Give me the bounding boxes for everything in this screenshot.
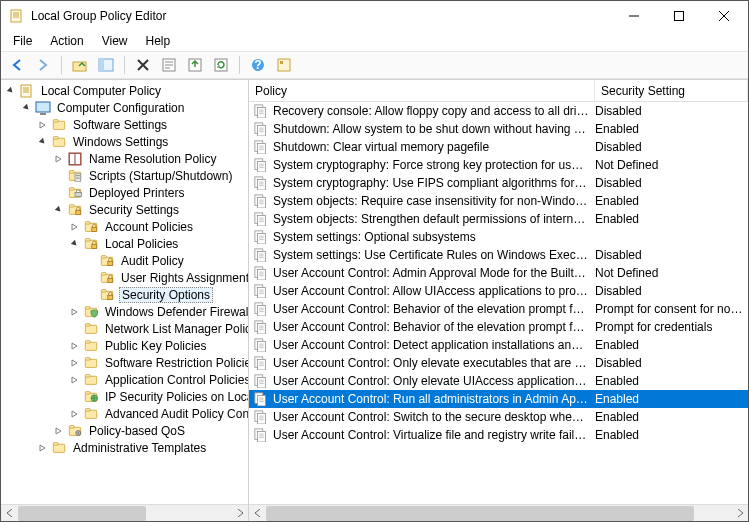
chevron-right-icon[interactable] bbox=[69, 221, 81, 233]
chevron-down-icon[interactable] bbox=[21, 102, 33, 114]
chevron-right-icon[interactable] bbox=[69, 340, 81, 352]
policy-row[interactable]: User Account Control: Only elevate UIAcc… bbox=[249, 372, 748, 390]
scroll-right-icon[interactable] bbox=[231, 505, 248, 522]
tree-item-label: Account Policies bbox=[103, 220, 195, 234]
scroll-right-icon[interactable] bbox=[731, 505, 748, 522]
scroll-track[interactable] bbox=[18, 505, 231, 522]
policy-row[interactable]: User Account Control: Switch to the secu… bbox=[249, 408, 748, 426]
chevron-down-icon[interactable] bbox=[37, 136, 49, 148]
scroll-left-icon[interactable] bbox=[1, 505, 18, 522]
tree-windows-defender[interactable]: Windows Defender Firewall with Advanced … bbox=[1, 303, 248, 320]
svg-rect-7 bbox=[215, 59, 227, 71]
tree-deployed-printers[interactable]: Deployed Printers bbox=[1, 184, 248, 201]
policy-row[interactable]: System settings: Optional subsystems bbox=[249, 228, 748, 246]
policy-row[interactable]: Recovery console: Allow floppy copy and … bbox=[249, 102, 748, 120]
menu-file[interactable]: File bbox=[5, 32, 40, 50]
policy-row[interactable]: User Account Control: Virtualize file an… bbox=[249, 426, 748, 444]
export-button[interactable] bbox=[183, 54, 207, 76]
tree-security-settings[interactable]: Security Settings bbox=[1, 201, 248, 218]
policy-row[interactable]: User Account Control: Only elevate execu… bbox=[249, 354, 748, 372]
chevron-right-icon[interactable] bbox=[53, 425, 65, 437]
tree-network-list[interactable]: Network List Manager Policies bbox=[1, 320, 248, 337]
policy-row[interactable]: User Account Control: Admin Approval Mod… bbox=[249, 264, 748, 282]
close-button[interactable] bbox=[701, 2, 746, 31]
tree-software-settings[interactable]: Software Settings bbox=[1, 116, 248, 133]
policy-row[interactable]: User Account Control: Behavior of the el… bbox=[249, 318, 748, 336]
tree-software-restriction[interactable]: Software Restriction Policies bbox=[1, 354, 248, 371]
folder-icon bbox=[67, 168, 83, 184]
tree-account-policies[interactable]: Account Policies bbox=[1, 218, 248, 235]
tree-computer-config[interactable]: Computer Configuration bbox=[1, 99, 248, 116]
back-button[interactable] bbox=[5, 54, 29, 76]
tree-audit-policy[interactable]: Audit Policy bbox=[1, 252, 248, 269]
scroll-thumb[interactable] bbox=[266, 506, 694, 521]
tree-public-key[interactable]: Public Key Policies bbox=[1, 337, 248, 354]
tree-name-resolution[interactable]: Name Resolution Policy bbox=[1, 150, 248, 167]
policy-list[interactable]: Recovery console: Allow floppy copy and … bbox=[249, 102, 748, 504]
menu-action[interactable]: Action bbox=[42, 32, 91, 50]
properties-button[interactable] bbox=[157, 54, 181, 76]
menu-help[interactable]: Help bbox=[138, 32, 179, 50]
policy-row[interactable]: System objects: Strengthen default permi… bbox=[249, 210, 748, 228]
tree-user-rights[interactable]: User Rights Assignment bbox=[1, 269, 248, 286]
tree-root[interactable]: Local Computer Policy bbox=[1, 82, 248, 99]
tree-windows-settings[interactable]: Windows Settings bbox=[1, 133, 248, 150]
svg-rect-45 bbox=[108, 295, 113, 299]
scroll-left-icon[interactable] bbox=[249, 505, 266, 522]
tree-policy-qos[interactable]: Policy-based QoS bbox=[1, 422, 248, 439]
up-button[interactable] bbox=[68, 54, 92, 76]
tree-horizontal-scrollbar[interactable] bbox=[1, 504, 248, 521]
tree-advanced-audit[interactable]: Advanced Audit Policy Configuration bbox=[1, 405, 248, 422]
tree-ip-security[interactable]: IP Security Policies on Local Computer bbox=[1, 388, 248, 405]
list-pane: Policy Security Setting Recovery console… bbox=[249, 80, 748, 521]
tree-item-label: Local Policies bbox=[103, 237, 180, 251]
policy-row[interactable]: System objects: Require case insensitivi… bbox=[249, 192, 748, 210]
nav-tree[interactable]: Local Computer PolicyComputer Configurat… bbox=[1, 80, 248, 504]
expander-none bbox=[85, 289, 97, 301]
chevron-down-icon[interactable] bbox=[5, 85, 17, 97]
tree-security-options[interactable]: Security Options bbox=[1, 286, 248, 303]
menu-view[interactable]: View bbox=[94, 32, 136, 50]
delete-button[interactable] bbox=[131, 54, 155, 76]
policy-setting: Not Defined bbox=[595, 266, 744, 280]
policy-row[interactable]: System settings: Use Certificate Rules o… bbox=[249, 246, 748, 264]
scroll-track[interactable] bbox=[266, 505, 731, 522]
svg-rect-86 bbox=[258, 270, 266, 281]
policy-setting: Disabled bbox=[595, 176, 744, 190]
scroll-thumb[interactable] bbox=[18, 506, 146, 521]
help-button[interactable]: ? bbox=[246, 54, 270, 76]
policy-row[interactable]: Shutdown: Clear virtual memory pagefileD… bbox=[249, 138, 748, 156]
chevron-right-icon[interactable] bbox=[37, 442, 49, 454]
refresh-button[interactable] bbox=[209, 54, 233, 76]
tree-local-policies[interactable]: Local Policies bbox=[1, 235, 248, 252]
chevron-right-icon[interactable] bbox=[69, 306, 81, 318]
filter-button[interactable] bbox=[272, 54, 296, 76]
chevron-right-icon[interactable] bbox=[69, 408, 81, 420]
tree-application-control[interactable]: Application Control Policies bbox=[1, 371, 248, 388]
policy-item-icon bbox=[253, 265, 269, 281]
tree-scripts[interactable]: Scripts (Startup/Shutdown) bbox=[1, 167, 248, 184]
chevron-right-icon[interactable] bbox=[37, 119, 49, 131]
chevron-right-icon[interactable] bbox=[69, 357, 81, 369]
column-header-setting[interactable]: Security Setting bbox=[595, 80, 748, 101]
minimize-button[interactable] bbox=[611, 2, 656, 31]
list-horizontal-scrollbar[interactable] bbox=[249, 504, 748, 521]
policy-row[interactable]: System cryptography: Force strong key pr… bbox=[249, 156, 748, 174]
chevron-right-icon[interactable] bbox=[69, 374, 81, 386]
column-header-policy[interactable]: Policy bbox=[249, 80, 595, 101]
policy-row[interactable]: System cryptography: Use FIPS compliant … bbox=[249, 174, 748, 192]
tree-item-label: Windows Defender Firewall with Advanced … bbox=[103, 305, 248, 319]
chevron-down-icon[interactable] bbox=[53, 204, 65, 216]
chevron-down-icon[interactable] bbox=[69, 238, 81, 250]
policy-row[interactable]: User Account Control: Allow UIAccess app… bbox=[249, 282, 748, 300]
forward-button[interactable] bbox=[31, 54, 55, 76]
policy-item-icon bbox=[253, 121, 269, 137]
chevron-right-icon[interactable] bbox=[53, 153, 65, 165]
policy-row[interactable]: User Account Control: Detect application… bbox=[249, 336, 748, 354]
policy-row[interactable]: User Account Control: Behavior of the el… bbox=[249, 300, 748, 318]
maximize-button[interactable] bbox=[656, 2, 701, 31]
tree-admin-templates[interactable]: Administrative Templates bbox=[1, 439, 248, 456]
show-hide-tree-button[interactable] bbox=[94, 54, 118, 76]
policy-row[interactable]: Shutdown: Allow system to be shut down w… bbox=[249, 120, 748, 138]
policy-row[interactable]: User Account Control: Run all administra… bbox=[249, 390, 748, 408]
